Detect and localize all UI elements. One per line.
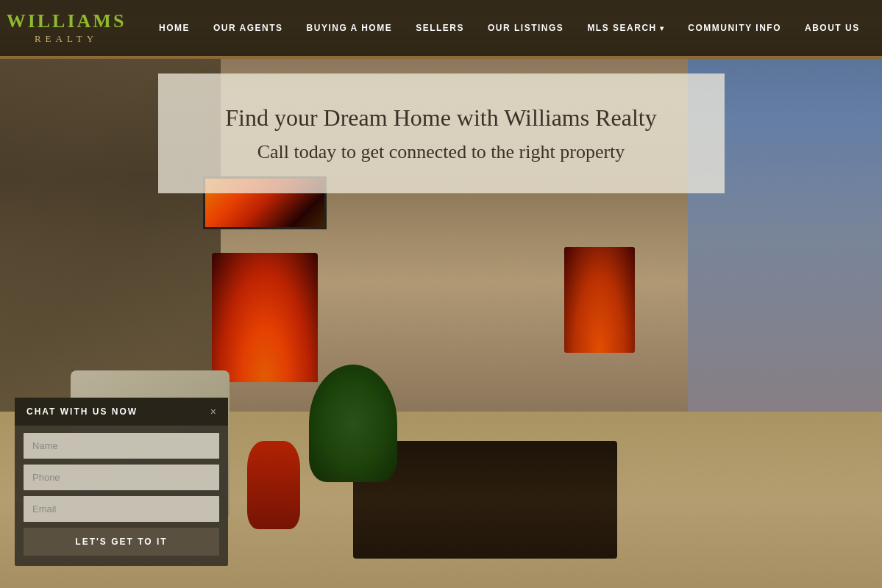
nav-mls-search-label: MLS SEARCH: [587, 23, 656, 33]
chat-phone-input[interactable]: [24, 465, 219, 490]
plants: [309, 365, 397, 482]
vases: [247, 441, 300, 529]
hero-banner: Find your Dream Home with Williams Realt…: [158, 74, 725, 193]
nav-about-us[interactable]: ABOUT US: [793, 17, 872, 39]
mls-dropdown-arrow: ▾: [660, 24, 665, 32]
chat-form: LET'S GET TO IT: [15, 426, 228, 566]
chat-email-input[interactable]: [24, 496, 219, 522]
hero-title: Find your Dream Home with Williams Realt…: [202, 103, 680, 134]
fireplace-right: [564, 247, 635, 353]
chat-name-input[interactable]: [24, 433, 219, 459]
chat-widget: CHAT WITH US NOW × LET'S GET TO IT: [15, 398, 228, 566]
chat-close-button[interactable]: ×: [210, 406, 216, 417]
nav-buying-a-home[interactable]: BUYING A HOME: [295, 17, 405, 39]
hero-subtitle: Call today to get connected to the right…: [202, 140, 680, 165]
wall-center: [221, 0, 705, 470]
chat-title: CHAT WITH US NOW: [26, 406, 138, 417]
chat-header: CHAT WITH US NOW ×: [15, 398, 228, 426]
site-logo[interactable]: WiLLiAMS REALTY: [15, 11, 118, 46]
fireplace-left: [212, 253, 318, 382]
nav-home[interactable]: HOME: [147, 17, 202, 39]
nav-our-listings[interactable]: OUR LISTINGS: [476, 17, 575, 39]
chat-submit-button[interactable]: LET'S GET TO IT: [24, 528, 219, 556]
nav-mls-search[interactable]: MLS SEARCH ▾: [575, 17, 676, 39]
logo-realty: REALTY: [35, 33, 98, 45]
nav-links: HOME OUR AGENTS BUYING A HOME SELLERS OU…: [147, 17, 872, 39]
nav-community-info[interactable]: COMMUNITY INFO: [676, 17, 793, 39]
nav-sellers[interactable]: SELLERS: [404, 17, 476, 39]
logo-name: WiLLiAMS: [7, 11, 127, 32]
navbar: WiLLiAMS REALTY HOME OUR AGENTS BUYING A…: [0, 0, 882, 56]
nav-our-agents[interactable]: OUR AGENTS: [202, 17, 295, 39]
